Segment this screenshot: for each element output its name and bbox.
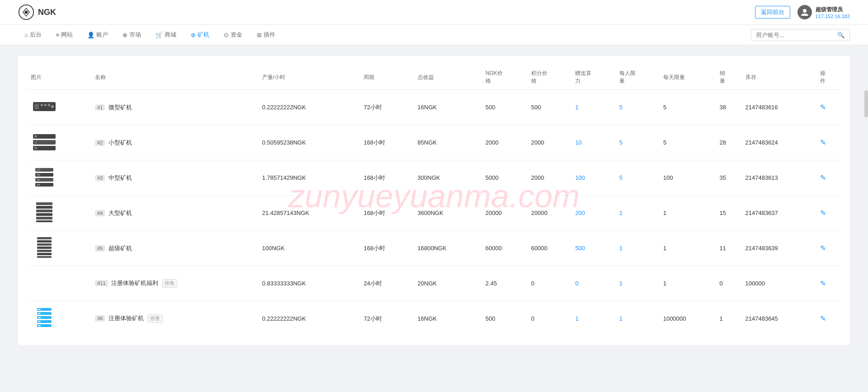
cell-limit-per: 5 xyxy=(616,125,660,160)
svg-rect-12 xyxy=(34,135,37,138)
nav-label: 后台 xyxy=(30,31,42,39)
cell-production: 0.50595238NGK xyxy=(259,125,360,160)
cell-score-price: 60000 xyxy=(528,231,572,266)
market-icon: ⊕ xyxy=(123,32,127,38)
main-content: 图片 名称 产量/小时 周期 总收益 NGK价格 积分价格 赠送算力 每人限量 … xyxy=(0,45,868,356)
svg-rect-32 xyxy=(37,247,52,249)
device-icon xyxy=(31,95,58,118)
return-button[interactable]: 返回前台 xyxy=(755,6,790,19)
edit-button[interactable]: ✎ xyxy=(820,315,826,322)
product-name: 小型矿机 xyxy=(108,139,132,146)
svg-rect-31 xyxy=(37,243,52,246)
edit-button[interactable]: ✎ xyxy=(820,103,826,111)
shop-icon: 🛒 xyxy=(156,32,163,38)
cell-image xyxy=(27,301,91,336)
svg-rect-5 xyxy=(41,104,43,106)
cell-cycle: 72小时 xyxy=(360,301,414,336)
money-icon: ⊙ xyxy=(224,32,229,38)
search-button[interactable]: 🔍 xyxy=(833,29,849,41)
cell-limit-per: 1 xyxy=(616,196,660,231)
search-box[interactable]: 🔍 xyxy=(751,29,850,41)
svg-point-2 xyxy=(803,9,807,13)
svg-rect-23 xyxy=(36,202,52,205)
device-icon xyxy=(31,271,58,294)
cell-stock: 2147483637 xyxy=(742,196,816,231)
device-icon xyxy=(31,307,58,329)
th-gift-power: 赠送算力 xyxy=(571,65,615,90)
cell-ngk-price: 2000 xyxy=(482,125,528,160)
cell-total: 85NGK xyxy=(414,125,482,160)
cell-cycle: 168小时 xyxy=(360,231,414,266)
table-row: #8 注册体验矿机 停售 0.22222222NGK 72小时 16NGK 50… xyxy=(27,301,841,336)
svg-rect-6 xyxy=(44,104,47,106)
cell-gift-power: 1 xyxy=(571,301,615,336)
th-action: 操作 xyxy=(816,65,841,90)
cell-image xyxy=(27,266,91,301)
nav-item-plugin[interactable]: ⊞ 插件 xyxy=(250,27,282,42)
nav-item-market[interactable]: ⊕ 市场 xyxy=(116,27,147,42)
cell-gift-power: 100 xyxy=(571,160,615,196)
edit-button[interactable]: ✎ xyxy=(820,139,826,146)
cell-limit-day: 5 xyxy=(660,90,716,125)
cell-gift-power: 500 xyxy=(571,231,615,266)
cell-name: #2 小型矿机 xyxy=(91,125,259,160)
cell-action: ✎ xyxy=(816,231,841,266)
nav-item-dashboard[interactable]: ⌂ 后台 xyxy=(18,27,48,42)
cell-sales: 11 xyxy=(716,231,742,266)
svg-rect-41 xyxy=(38,309,41,310)
th-total: 总收益 xyxy=(414,65,482,90)
th-name: 名称 xyxy=(91,65,259,90)
cell-name: #4 大型矿机 xyxy=(91,196,259,231)
svg-rect-4 xyxy=(34,104,39,109)
table-row: #1 微型矿机 0.22222222NGK 72小时 16NGK 500 500… xyxy=(27,90,841,125)
cell-total: 16NGK xyxy=(414,301,482,336)
svg-rect-33 xyxy=(37,250,52,252)
cell-sales: 0 xyxy=(716,266,742,301)
svg-rect-34 xyxy=(37,253,52,255)
th-stock: 库存 xyxy=(742,65,816,90)
svg-rect-21 xyxy=(37,179,40,181)
nav-item-shop[interactable]: 🛒 商城 xyxy=(149,27,183,42)
nav-label: 资金 xyxy=(231,31,242,39)
edit-button[interactable]: ✎ xyxy=(820,209,826,217)
nav-label: 矿机 xyxy=(198,31,209,39)
cell-total: 16NGK xyxy=(414,90,482,125)
nav-item-miner[interactable]: ⊕ 矿机 xyxy=(184,27,216,42)
svg-rect-20 xyxy=(37,174,40,176)
avatar-icon xyxy=(800,8,809,17)
table-row: #3 中型矿机 1.78571429NGK 168小时 300NGK 5000 … xyxy=(27,160,841,196)
cell-image xyxy=(27,196,91,231)
nav-item-account[interactable]: 👤 账户 xyxy=(81,27,114,42)
miners-table: 图片 名称 产量/小时 周期 总收益 NGK价格 积分价格 赠送算力 每人限量 … xyxy=(27,65,841,336)
cell-cycle: 24小时 xyxy=(360,266,414,301)
scrollbar[interactable] xyxy=(864,90,868,117)
nav-item-funds[interactable]: ⊙ 资金 xyxy=(217,27,249,42)
nav-label: 插件 xyxy=(264,31,275,39)
user-info: 超级管理员 117.152.16.182 xyxy=(797,5,850,19)
cell-sales: 15 xyxy=(716,196,742,231)
cell-stock: 2147483639 xyxy=(742,231,816,266)
cell-name: #1 微型矿机 xyxy=(91,90,259,125)
edit-button[interactable]: ✎ xyxy=(820,174,826,182)
cell-limit-per: 5 xyxy=(616,90,660,125)
product-name: 中型矿机 xyxy=(108,174,132,181)
edit-button[interactable]: ✎ xyxy=(820,244,826,252)
device-icon xyxy=(31,166,58,188)
search-input[interactable] xyxy=(751,29,833,41)
cell-cycle: 168小时 xyxy=(360,125,414,160)
nav-item-site[interactable]: ≡ 网站 xyxy=(50,27,80,42)
product-name: 注册体验矿机 xyxy=(108,315,144,322)
cell-total: 20NGK xyxy=(414,266,482,301)
cell-stock: 2147483624 xyxy=(742,125,816,160)
cell-sales: 38 xyxy=(716,90,742,125)
svg-rect-28 xyxy=(36,220,52,222)
svg-rect-27 xyxy=(36,217,52,219)
edit-button[interactable]: ✎ xyxy=(820,280,826,287)
cell-total: 3600NGK xyxy=(414,196,482,231)
cell-action: ✎ xyxy=(816,160,841,196)
cell-ngk-price: 20000 xyxy=(482,196,528,231)
id-badge: #2 xyxy=(95,140,105,146)
cell-stock: 2147483613 xyxy=(742,160,816,196)
nav: ⌂ 后台 ≡ 网站 👤 账户 ⊕ 市场 🛒 商城 xyxy=(0,25,868,45)
svg-point-8 xyxy=(51,105,54,108)
